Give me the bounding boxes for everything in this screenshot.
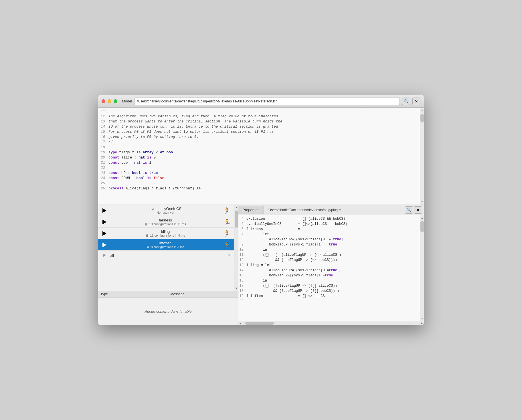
left-scroll-down[interactable]: ▼ [234,286,238,290]
rlc-6: fairness = [246,227,300,232]
code-line-22: 22 [98,165,420,171]
rln-10: 10 [238,247,246,252]
right-header-buttons: 🔍 ✕ [403,206,424,214]
line-content-24: const DOWN : bool is false [108,176,164,181]
play-button-infoften[interactable] [102,242,107,248]
properties-tab[interactable]: Properties [238,206,264,214]
model-label: Model [122,99,132,103]
prop-name-idling: idling [161,229,170,234]
list-item-fairness[interactable]: fairness 🗑 19 configurations in 11 ms 🏃 [98,216,234,228]
line-content-14: ID of the process whose turn it is. Entr… [108,124,278,129]
code-line-17: 17 */ [98,140,420,145]
rlc-12: && (bobFlagUP -> (<> bobCS)))) [246,257,337,263]
runner-icon-fairness: 🏃 [224,219,231,225]
h-scroll-left-arrow[interactable]: ◀ [238,321,242,325]
right-scroll-up[interactable]: ▲ [420,216,424,220]
trash-icon-infoften-white: 🗑 [147,245,150,249]
main-content: 11 12 The algorithm uses two variables, … [98,108,424,325]
code-line-24: 24 const DOWN : bool is false [98,176,420,181]
right-code-content[interactable]: 4 exclusion = []!(aliceCS && bobCS) 5 ev… [238,215,420,321]
close-traffic-light[interactable] [102,99,105,103]
prop-name-infoften: infoften [159,241,172,245]
h-scroll-right-arrow[interactable]: ▶ [420,321,424,325]
line-num-18: 18 [98,145,108,150]
right-line-11: 11 ([] ( (aliceFlagUP -> (<> aliceCS ) [238,252,420,257]
prop-info-eventuallyOneInCS: eventuallyOneInCS No result yet [110,207,221,214]
prop-name-fairness: fairness [159,218,172,222]
scroll-up-arrow[interactable]: ▲ [420,108,424,112]
maximize-traffic-light[interactable] [114,99,117,103]
play-button-eventuallyOneInCS[interactable] [102,208,107,213]
right-line-13: 13 idling = let [238,263,420,268]
code-area[interactable]: 11 12 The algorithm uses two variables, … [98,108,420,205]
search-button[interactable]: 🔍 [402,98,410,105]
code-scrollbar-vertical[interactable]: ▲ ▼ [420,108,424,205]
right-line-6: 6 fairness = [238,227,420,232]
bottom-horizontal-scrollbar[interactable]: ◀ ▶ [238,321,424,325]
code-line-13: 13 that the process wants to enter the c… [98,119,420,124]
line-content-19: type flags_t is array 2 of bool [108,150,175,155]
play-triangle-icon [102,231,106,236]
right-scrollbar-vertical[interactable]: ▲ ▼ [420,215,424,321]
right-filepath-tab: /Users/charlie/Documents/dev/ensta/plug/… [264,206,403,214]
line-num-16: 16 [98,134,108,140]
rlc-10: in [246,247,267,252]
rlc-5: eventuallyOneInCS = []<>(aliceCS || bobC… [246,221,347,227]
right-line-4: 4 exclusion = []!(aliceCS && bobCS) [238,216,420,221]
right-scrollbar-thumb[interactable] [420,221,424,232]
right-line-15: 15 bobFlagUP=|{sys}1:flags[1]=true| [238,273,420,278]
play-button-all[interactable] [102,252,107,258]
minimize-traffic-light[interactable] [108,99,111,103]
right-line-9: 9 bobFlagUP=|{sys}1:flags[1] = true| [238,242,420,247]
line-content-26: process Alice(flags : flags_t (turn:nat)… [108,186,201,191]
h-scrollbar-thumb[interactable] [245,322,274,325]
rlc-17: ([] (!aliceFlagUP -> (![] aliceCS)) [246,283,337,288]
rlc-19: infoften = [] <> bobCS [246,294,325,299]
line-content-15: for process P0 if P1 does not want to en… [108,129,274,134]
prop-info-fairness: fairness 🗑 19 configurations in 11 ms [110,218,221,226]
prop-info-idling: idling 🗑 11 configurations in 4 ms [110,229,221,237]
expand-arrow: ▼ [228,253,231,257]
rln-6: 6 [238,227,246,232]
titlebar: Model 🔍 ✕ [98,95,424,108]
list-item-eventuallyOneInCS[interactable]: eventuallyOneInCS No result yet 🏃 [98,205,234,216]
rlc-13: idling = let [246,263,271,268]
right-header: Properties /Users/charlie/Documents/dev/… [238,205,424,215]
right-line-12: 12 && (bobFlagUP -> (<> bobCS)))) [238,257,420,263]
right-scroll-down[interactable]: ▼ [420,316,424,320]
titlebar-close-button[interactable]: ✕ [412,98,420,105]
code-line-15: 15 for process P0 if P1 does not want to… [98,129,420,134]
right-search-button[interactable]: 🔍 [405,206,413,214]
rln-13: 13 [238,263,246,268]
rln-18: 18 [238,288,246,294]
list-item-idling[interactable]: idling 🗑 11 configurations in 4 ms 🏃 [98,228,234,239]
line-num-23: 23 [98,171,108,176]
rln-15: 15 [238,273,246,278]
play-triangle-white-icon [102,243,106,247]
h-scrollbar-track [242,322,420,325]
play-button-fairness[interactable] [102,219,107,225]
left-scrollbar[interactable]: ▲ ▼ [234,205,238,291]
runner-icon-idling: 🏃 [224,230,231,237]
scroll-down-arrow[interactable]: ▼ [420,200,424,204]
list-item-infoften[interactable]: infoften 🗑 8 configurations in 3 ms 🏃 [98,239,234,251]
line-content-16: given priority to P0 by setting turn to … [108,134,199,140]
code-line-19: 19 type flags_t is array 2 of bool [98,150,420,155]
left-scroll-up[interactable]: ▲ [234,205,238,209]
left-scrollbar-thumb[interactable] [235,211,238,228]
rln-19: 19 [238,294,246,299]
col-message: Message [168,291,238,297]
line-content-12: The algorithm uses two variables, flag a… [108,114,278,119]
right-line-14: 14 aliceFlagUP=|{sys}1:flags[0]=true|, [238,268,420,273]
prop-status-infoften: 🗑 8 configurations in 3 ms [147,245,184,249]
play-button-idling[interactable] [102,231,107,236]
list-item-all[interactable]: all ▼ [98,251,234,260]
filepath-input[interactable] [134,98,400,105]
right-close-button[interactable]: ✕ [414,206,422,214]
scrollbar-thumb[interactable] [420,114,424,122]
right-line-18: 18 && (!bobFlagUP -> (![] bobCS)) ) [238,288,420,294]
rln-4: 4 [238,216,246,221]
right-line-17: 17 ([] (!aliceFlagUP -> (![] aliceCS)) [238,283,420,288]
line-content-23: const UP : bool is true [108,171,158,176]
right-line-8: 8 aliceFlagUP=|{sys}1:flags[0] = true|, [238,237,420,242]
